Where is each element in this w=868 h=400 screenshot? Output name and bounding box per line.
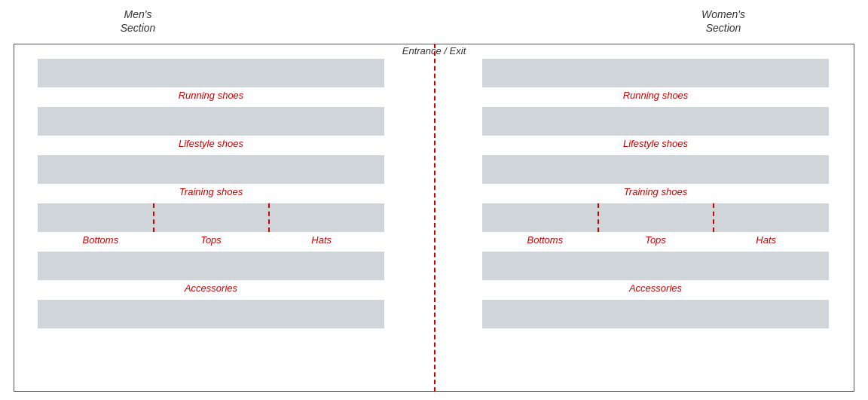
mens-clothing-labels: Bottoms Tops Hats — [38, 234, 384, 246]
mens-training-shelf — [38, 155, 384, 184]
mens-lifestyle-label: Lifestyle shoes — [38, 138, 384, 149]
mens-bottom-shelf — [38, 300, 384, 328]
womens-running-label: Running shoes — [482, 90, 829, 101]
womens-running-shelf — [482, 59, 829, 87]
womens-lifestyle-label: Lifestyle shoes — [482, 138, 829, 149]
womens-training-shelf — [482, 155, 829, 184]
mens-clothing-shelf — [38, 203, 384, 232]
mens-training-label: Training shoes — [38, 186, 384, 197]
center-divider — [434, 44, 436, 392]
mens-hats-label: Hats — [266, 234, 377, 246]
womens-clothing-divider-1 — [598, 203, 599, 232]
womens-accessories-shelf — [482, 252, 829, 280]
womens-running-shoes-group: Running shoes — [482, 59, 829, 101]
mens-tops-label: Tops — [156, 234, 267, 246]
mens-clothing-divider-1 — [153, 203, 154, 232]
womens-training-label: Training shoes — [482, 186, 829, 197]
womens-tops-label: Tops — [601, 234, 711, 246]
womens-section-label: Women'sSection — [625, 8, 821, 35]
womens-bottoms-label: Bottoms — [490, 234, 601, 246]
page-wrapper: Men'sSection Women'sSection Entrance / E… — [0, 0, 868, 400]
womens-clothing-group: Bottoms Tops Hats — [482, 203, 829, 246]
womens-clothing-labels: Bottoms Tops Hats — [482, 234, 829, 246]
mens-running-shelf — [38, 59, 384, 87]
mens-accessories-group: Accessories — [38, 252, 384, 294]
mens-running-shoes-group: Running shoes — [38, 59, 384, 101]
mens-clothing-divider-2 — [268, 203, 270, 232]
womens-clothing-divider-2 — [713, 203, 714, 232]
mens-accessories-shelf — [38, 252, 384, 280]
womens-training-shoes-group: Training shoes — [482, 155, 829, 197]
mens-lifestyle-shelf — [38, 107, 384, 136]
mens-lifestyle-shoes-group: Lifestyle shoes — [38, 107, 384, 149]
womens-accessories-label: Accessories — [482, 282, 829, 294]
womens-section: Running shoes Lifestyle shoes Training s… — [482, 59, 829, 328]
womens-bottom-shelf — [482, 300, 829, 328]
mens-section: Running shoes Lifestyle shoes Training s… — [38, 59, 384, 328]
mens-section-label: Men'sSection — [40, 8, 236, 35]
mens-accessories-label: Accessories — [38, 282, 384, 294]
womens-lifestyle-shelf — [482, 107, 829, 136]
womens-lifestyle-shoes-group: Lifestyle shoes — [482, 107, 829, 149]
mens-clothing-group: Bottoms Tops Hats — [38, 203, 384, 246]
womens-accessories-group: Accessories — [482, 252, 829, 294]
womens-hats-label: Hats — [711, 234, 821, 246]
womens-clothing-shelf — [482, 203, 829, 232]
mens-running-label: Running shoes — [38, 90, 384, 101]
mens-bottoms-label: Bottoms — [45, 234, 156, 246]
mens-training-shoes-group: Training shoes — [38, 155, 384, 197]
